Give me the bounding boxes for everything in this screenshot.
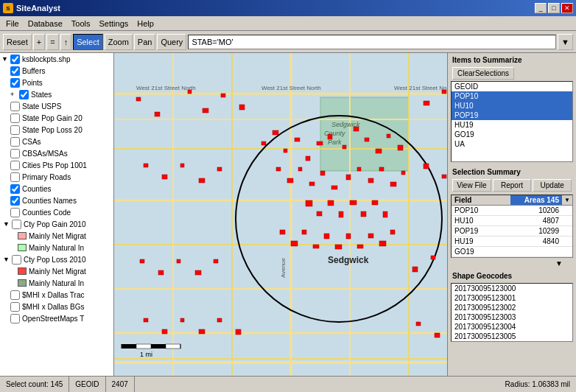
app-title: SiteAnalyst [16,4,60,13]
layer-counties-code[interactable]: Counties Code [0,206,113,218]
layer-state-pop-loss[interactable]: State Pop Loss 20 [0,124,113,136]
view-file-button[interactable]: View File [452,179,491,192]
equals-button[interactable]: = [46,34,58,50]
layer-checkbox[interactable] [10,102,20,111]
zoom-button[interactable]: Zoom [105,34,133,50]
layer-checkbox[interactable] [10,113,20,123]
close-button[interactable]: ✕ [561,3,573,13]
layer-natural-in-gain[interactable]: Mainly Natural In [0,242,113,253]
layer-checkbox[interactable] [10,290,20,300]
layer-checkbox[interactable] [10,302,20,312]
map-area[interactable]: West 21st Street North West 21st Street … [114,53,447,376]
svg-rect-65 [155,112,160,116]
layer-cty-pop-loss[interactable]: ▼ Cty Pop Loss 2010 [0,253,113,265]
menu-help[interactable]: Help [133,18,158,29]
layer-ksblockpts[interactable]: ▼ ksblockpts.shp [0,53,113,65]
list-item-geoid[interactable]: GEOID [452,82,572,91]
layer-label: Mainly Net Migrat [29,267,86,276]
summary-table-header: Field Areas 145 ▼ [452,195,572,206]
report-button[interactable]: Report [493,179,532,192]
pan-button[interactable]: Pan [134,34,156,50]
list-item-hu10[interactable]: HU10 [452,101,572,111]
query-dropdown[interactable]: ▼ [558,34,573,50]
layer-label: Mainly Net Migrat [29,232,86,240]
layer-checkbox[interactable] [10,196,20,206]
list-item-pop19[interactable]: POP19 [452,111,572,120]
layer-checkbox[interactable] [10,125,20,135]
layer-counties[interactable]: Counties [0,183,113,195]
layer-checkbox[interactable] [10,55,20,64]
layer-checkbox[interactable] [10,314,20,323]
minimize-button[interactable]: _ [535,3,547,13]
svg-rect-57 [324,234,329,239]
expand-icon: ▼ [1,55,10,63]
arrow-button[interactable]: ↑ [60,34,72,50]
layer-label: Mainly Natural In [29,279,84,287]
geocodes-list[interactable]: 201730095123000 201730095123001 20173009… [451,283,573,342]
update-button[interactable]: Update [533,179,572,192]
layer-buffers[interactable]: Buffers [0,65,113,77]
svg-rect-55 [302,230,306,234]
layer-mhi-bgs[interactable]: $MHI x Dallas BGs [0,301,113,312]
layer-label: States [31,91,52,99]
select-button[interactable]: Select [73,34,103,50]
layer-natural-in-loss[interactable]: Mainly Natural In [0,277,113,289]
query-input[interactable] [188,35,556,49]
layer-cbsas[interactable]: CBSAs/MSAs [0,147,113,159]
menu-settings[interactable]: Settings [95,18,133,29]
layer-label: OpenStreetMaps T [22,315,84,323]
list-item-ua[interactable]: UA [452,139,572,149]
layer-cty-pop-gain[interactable]: ▼ Cty Pop Gain 2010 [0,218,113,230]
layer-cities[interactable]: Cities Pts Pop 1001 [0,159,113,171]
reset-button[interactable]: Reset [3,34,32,50]
layer-checkbox[interactable] [10,66,20,76]
menu-tools[interactable]: Tools [67,18,95,29]
svg-rect-25 [317,141,323,145]
layer-checkbox[interactable] [10,184,20,194]
svg-rect-21 [273,130,278,135]
svg-text:Sedgwick: Sedgwick [331,121,360,128]
layer-checkbox[interactable] [10,137,20,147]
menu-file[interactable]: File [1,18,24,29]
layer-checkbox[interactable] [10,161,20,170]
sort-icon[interactable]: ▼ [562,195,572,205]
menu-database[interactable]: Database [24,18,67,29]
layer-checkbox[interactable] [12,255,21,265]
row-value: 4840 [510,237,562,246]
layer-checkbox[interactable] [10,78,20,88]
clear-selections-button[interactable]: ClearSelections [452,67,514,80]
layer-osm[interactable]: OpenStreetMaps T [0,312,113,324]
layer-state-pop-gain[interactable]: State Pop Gain 20 [0,112,113,124]
svg-rect-53 [280,230,285,234]
layer-checkbox[interactable] [10,172,20,182]
layer-counties-names[interactable]: Counties Names [0,195,113,206]
layer-checkbox[interactable] [10,149,20,158]
svg-rect-105 [199,329,205,334]
maximize-button[interactable]: □ [548,3,560,13]
row-value: 10206 [510,206,562,215]
layer-label: $MHI x Dallas BGs [22,303,84,311]
layer-checkbox[interactable] [19,90,29,99]
layer-net-migrat-loss[interactable]: Mainly Net Migrat [0,265,113,277]
layer-label: Counties [22,185,51,193]
layer-points[interactable]: Points [0,77,113,88]
layer-checkbox[interactable] [10,208,20,217]
layer-states[interactable]: + States [0,88,113,100]
layer-checkbox[interactable] [12,220,21,229]
svg-rect-29 [365,138,369,141]
plus-button[interactable]: + [33,34,45,50]
layers-panel: ▼ ksblockpts.shp Buffers Points + States… [0,53,114,376]
svg-rect-35 [298,167,302,171]
query-button[interactable]: Query [157,34,186,50]
svg-rect-62 [379,241,386,246]
layer-net-migrat-gain[interactable]: Mainly Net Migrat [0,230,113,242]
layer-mhi-trac[interactable]: $MHI x Dallas Trac [0,289,113,301]
list-item-pop10[interactable]: POP10 [452,91,572,101]
svg-text:West 21st Street North: West 21st Street North [394,85,447,91]
layer-state-usps[interactable]: State USPS [0,100,113,112]
layer-primary-roads[interactable]: Primary Roads [0,171,113,183]
list-item-hu19[interactable]: HU19 [452,120,572,130]
layer-csas[interactable]: CSAs [0,136,113,147]
list-item-go19[interactable]: GO19 [452,130,572,139]
scroll-down-icon[interactable]: ▼ [554,259,564,267]
